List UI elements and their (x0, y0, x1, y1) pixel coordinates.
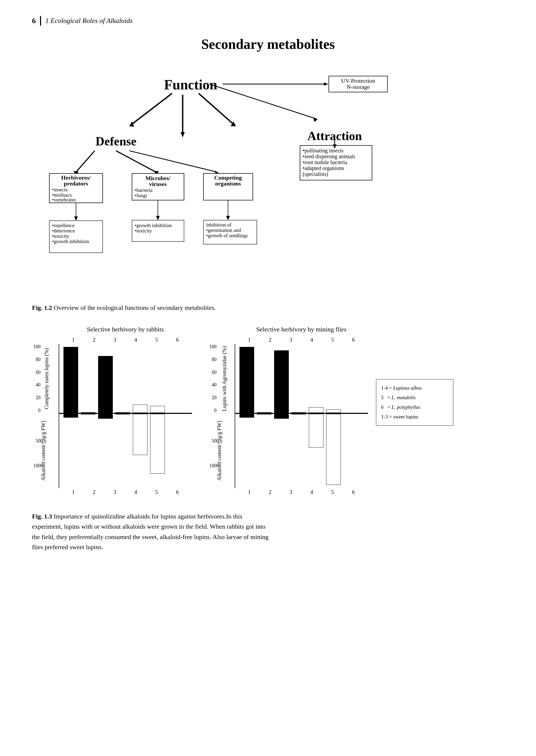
attraction-pollinators: •pollinating insects (303, 148, 344, 154)
defense-label: Defense (95, 134, 136, 148)
chapter-title: 1 Ecological Roles of Alkaloids (45, 17, 133, 25)
chart1-bar1 (63, 347, 78, 413)
chart2-x-bottom: 1 2 3 4 5 6 (235, 489, 368, 495)
legend-line1: 1-4 = Lupinus albus (381, 383, 448, 393)
chart2-bar1 (240, 347, 254, 413)
competing-growth: •growth of seedlings (206, 233, 248, 238)
svg-line-11 (76, 151, 95, 172)
chart1-x-top: 1 2 3 4 5 6 (59, 337, 192, 343)
diagram-container: Function UV-Protection N-storage Defense… (41, 68, 495, 287)
svg-marker-10 (313, 117, 318, 122)
svg-marker-27 (156, 216, 160, 220)
attraction-adapted: •adapted organisms (303, 165, 344, 171)
microbe-growth: •growth inhibition (135, 223, 172, 228)
svg-marker-1 (324, 83, 328, 86)
chart1-lower-bars (59, 414, 192, 488)
chart1-bar5 (133, 405, 148, 413)
chart1-upper-bars (59, 344, 192, 414)
fig12-caption-text: Overview of the ecological functions of … (52, 304, 216, 311)
fig12-caption: Fig. 1.2 Overview of the ecological func… (32, 303, 245, 312)
herb-deterrence: •deterrence (52, 228, 75, 234)
legend-line3: 6 = L. polyphyllus (381, 402, 448, 412)
competing-inhibition: inhibition of (206, 222, 231, 228)
chart1-lbar1 (63, 414, 78, 417)
herb-toxicity: •toxicity (52, 233, 69, 239)
attraction-seed: •seed dispersing animals (303, 154, 355, 160)
attraction-specialists: (specialists) (303, 171, 328, 177)
chart2-lbar2 (257, 414, 272, 414)
herbivores-vertebrates: •vertebrates (52, 197, 76, 202)
chart2-upper-bars (235, 344, 368, 414)
chart1-title: Selective herbivory by rabbits (59, 326, 192, 333)
chart2-lbar6 (326, 414, 341, 485)
svg-marker-30 (226, 216, 230, 220)
diagram-svg: Function UV-Protection N-storage Defense… (41, 68, 495, 287)
chart2-lbar5 (309, 414, 323, 448)
herb-repellence: •repellence (52, 223, 75, 228)
chart1-lbar4 (116, 414, 130, 414)
chart2-lower-bars (235, 414, 368, 488)
chart2-upper-ylabel: Lupins with Agromyzidae (%) (221, 346, 227, 411)
attraction-root: •root nodule bacteria (303, 159, 347, 165)
chart1-upper: 100 80 60 40 20 0 Completely eaten lupin… (59, 344, 192, 414)
legend-box: 1-4 = Lupinus albus 5 = L. mutabilis 6 =… (376, 379, 453, 426)
svg-marker-24 (74, 216, 78, 221)
chart2-upper: 100 80 60 40 20 0 Lupins with Agromyzida… (235, 344, 368, 414)
chart2-title: Selective herbivory by mining flies (235, 326, 368, 333)
herbivores-box-title2: predators (64, 180, 88, 187)
fig13-caption-text: Importance of quinolizidine alkaloids fo… (32, 513, 269, 551)
microbes-bacteria: •bacteria (135, 187, 152, 193)
microbes-fungi: •fungi (135, 193, 147, 198)
chart1-lower: 500 1000 Alkaloid content [µg/g FW] (59, 414, 192, 488)
uv-box-line1: UV-Protection (341, 77, 375, 84)
svg-line-7 (199, 93, 233, 124)
microbe-toxicity: •toxicity (135, 228, 152, 234)
page-bar (40, 16, 41, 26)
chart2-bar5 (309, 407, 323, 413)
svg-marker-6 (181, 132, 185, 137)
chart1-lbar6 (150, 414, 165, 474)
chart1-wrapper: Selective herbivory by rabbits 1 2 3 4 5… (32, 326, 192, 495)
uv-box-line2: N-storage (347, 84, 370, 90)
chart1-lbar5 (133, 414, 148, 455)
chart1-upper-yticks: 100 80 60 40 20 0 (33, 344, 41, 414)
chart2-bar4 (291, 412, 306, 413)
chart1-bar2 (81, 412, 95, 413)
chart2-x-top: 1 2 3 4 5 6 (235, 337, 368, 343)
chart1-lbar3 (98, 414, 113, 419)
fig13-caption: Fig. 1.3 Importance of quinolizidine alk… (32, 511, 272, 553)
competing-germination: •germination and (206, 227, 241, 233)
chart1-bar4 (116, 412, 130, 413)
fig12-label: Fig. 1.2 (32, 304, 52, 311)
chart1-bar6 (150, 406, 165, 413)
page-number: 6 (32, 17, 36, 25)
herb-growth: •growth inhibition (52, 238, 89, 244)
svg-line-15 (129, 151, 217, 172)
fig13-label: Fig. 1.3 (32, 513, 52, 520)
svg-line-9 (209, 84, 316, 119)
chart1-upper-ylabel: Completely eaten lupins (%) (44, 348, 50, 409)
main-title: Secondary metabolites (32, 36, 504, 52)
herbivores-insects: •insects (52, 187, 67, 193)
chart1-x-bottom: 1 2 3 4 5 6 (59, 489, 192, 495)
chart2-lbar3 (274, 414, 289, 419)
microbes-box-title2: viruses (149, 181, 167, 187)
chart1-bar3 (98, 356, 113, 413)
svg-line-13 (116, 151, 156, 172)
chart2-lbar4 (291, 414, 306, 414)
chart2-lower: 500 1000 Alkaloid content [µg/g FW] (235, 414, 368, 488)
page-header: 6 1 Ecological Roles of Alkaloids (32, 16, 504, 26)
svg-line-3 (132, 93, 172, 124)
chart2-bar6 (326, 409, 341, 413)
chart1-lower-ylabel: Alkaloid content [µg/g FW] (40, 421, 47, 481)
chart2-upper-yticks: 100 80 60 40 20 0 (209, 344, 217, 414)
chart1-lbar2 (81, 414, 95, 414)
legend-line4: 1-3 = sweet lupins (381, 412, 448, 422)
chart2-lbar1 (240, 414, 254, 417)
chart2-wrapper: Selective herbivory by mining flies 1 2 … (208, 326, 368, 495)
competing-box-title2: organisms (215, 180, 241, 187)
charts-section: Selective herbivory by rabbits 1 2 3 4 5… (32, 326, 504, 495)
chart2-lower-ylabel: Alkaloid content [µg/g FW] (216, 421, 222, 481)
legend-line2: 5 = L. mutabilis (381, 393, 448, 402)
chart2-bar2 (257, 412, 272, 413)
